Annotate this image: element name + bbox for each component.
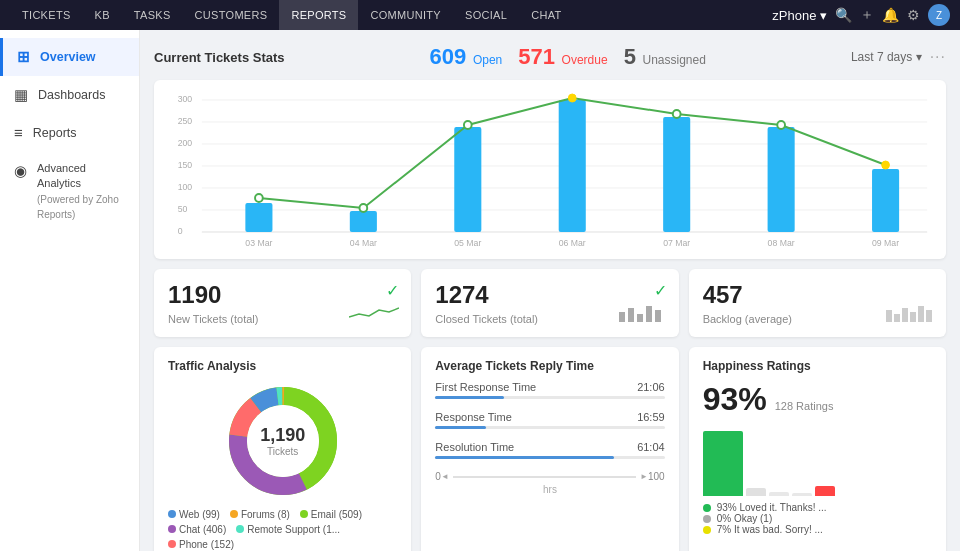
legend-phone: Phone (152) — [168, 539, 234, 550]
svg-point-25 — [673, 110, 681, 118]
traffic-legend: Web (99) Forums (8) Email (509) Chat (40… — [168, 509, 397, 550]
donut-center-label: 1,190 Tickets — [260, 425, 305, 457]
response-bar — [435, 426, 485, 429]
overdue-count: 571 Overdue — [518, 44, 607, 70]
svg-text:05 Mar: 05 Mar — [454, 238, 481, 248]
resolution-label: Resolution Time — [435, 441, 514, 453]
svg-rect-35 — [619, 312, 625, 322]
nav-social[interactable]: SOCIAL — [453, 0, 519, 30]
response-time: Response Time 16:59 — [435, 411, 664, 429]
tickets-chart: 300 250 200 150 100 50 0 — [168, 90, 932, 250]
first-response-bar-bg — [435, 396, 664, 399]
reply-time-title: Average Tickets Reply Time — [435, 359, 664, 373]
donut-chart-container: 1,190 Tickets Web (99) Forums (8) Email … — [168, 381, 397, 550]
main-content: Current Tickets Stats 609 Open 571 Overd… — [140, 30, 960, 551]
metric-new-tickets: 1190 New Tickets (total) ✓ — [154, 269, 411, 337]
add-icon[interactable]: ＋ — [860, 6, 874, 24]
date-range-label[interactable]: Last 7 days ▾ — [851, 50, 922, 64]
happiness-bar-1 — [746, 488, 766, 496]
svg-rect-14 — [245, 203, 272, 232]
traffic-analysis-card: Traffic Analysis — [154, 347, 411, 551]
legend-remote: Remote Support (1... — [236, 524, 340, 535]
scale-max: 100 — [648, 471, 665, 482]
backlog-bar-icon — [884, 302, 934, 325]
svg-rect-36 — [628, 308, 634, 322]
nav-community[interactable]: COMMUNITY — [358, 0, 453, 30]
svg-rect-40 — [886, 310, 892, 322]
unassigned-count: 5 Unassigned — [624, 44, 706, 70]
legend-okay: 0% Okay (1) — [703, 513, 932, 524]
svg-point-22 — [359, 204, 367, 212]
sidebar-item-reports[interactable]: ≡ Reports — [0, 114, 139, 151]
svg-rect-44 — [918, 306, 924, 322]
sidebar-analytics-label: Advanced Analytics(Powered by Zoho Repor… — [37, 161, 125, 223]
nav-kb[interactable]: KB — [83, 0, 122, 30]
sidebar-overview-label: Overview — [40, 50, 96, 64]
nav-items: TICKETS KB TASKS CUSTOMERS REPORTS COMMU… — [10, 0, 574, 30]
nav-customers[interactable]: CUSTOMERS — [183, 0, 280, 30]
resolution-value: 61:04 — [637, 441, 665, 453]
user-avatar[interactable]: Z — [928, 4, 950, 26]
svg-point-27 — [882, 161, 890, 169]
dashboards-icon: ▦ — [14, 86, 28, 104]
svg-rect-38 — [646, 306, 652, 322]
happiness-ratings-label: 128 Ratings — [775, 400, 834, 412]
resolution-bar-bg — [435, 456, 664, 459]
first-response-label: First Response Time — [435, 381, 536, 393]
svg-rect-41 — [894, 314, 900, 322]
svg-text:08 Mar: 08 Mar — [768, 238, 795, 248]
sidebar-item-advanced-analytics[interactable]: ◉ Advanced Analytics(Powered by Zoho Rep… — [0, 151, 139, 233]
notification-icon[interactable]: 🔔 — [882, 7, 899, 23]
donut-subtitle: Tickets — [260, 446, 305, 457]
svg-point-21 — [255, 194, 263, 202]
scale-arrow-right: ► — [640, 472, 648, 481]
search-icon[interactable]: 🔍 — [835, 7, 852, 23]
scale-bar — [453, 476, 636, 478]
date-range-control: Last 7 days ▾ ··· — [851, 48, 946, 66]
svg-text:06 Mar: 06 Mar — [559, 238, 586, 248]
reply-time-card: Average Tickets Reply Time First Respons… — [421, 347, 678, 551]
nav-tickets[interactable]: TICKETS — [10, 0, 83, 30]
svg-rect-37 — [637, 314, 643, 322]
happiness-chart — [703, 426, 932, 496]
donut-chart: 1,190 Tickets — [223, 381, 343, 501]
reply-scale: 0 ◄ ► 100 — [435, 471, 664, 482]
sidebar: ⊞ Overview ▦ Dashboards ≡ Reports ◉ Adva… — [0, 30, 140, 551]
svg-text:100: 100 — [178, 182, 193, 192]
legend-web: Web (99) — [168, 509, 220, 520]
more-options-icon[interactable]: ··· — [930, 48, 946, 66]
sidebar-dashboards-label: Dashboards — [38, 88, 105, 102]
legend-chat: Chat (406) — [168, 524, 226, 535]
nav-chat[interactable]: CHAT — [519, 0, 573, 30]
scale-unit-label: hrs — [435, 484, 664, 495]
check-circle-icon: ✓ — [386, 281, 399, 300]
nav-reports[interactable]: REPORTS — [279, 0, 358, 30]
svg-rect-45 — [926, 310, 932, 322]
happiness-top: 93% 128 Ratings — [703, 381, 932, 418]
svg-rect-39 — [655, 310, 661, 322]
svg-text:200: 200 — [178, 138, 193, 148]
happiness-title: Happiness Ratings — [703, 359, 932, 373]
legend-email: Email (509) — [300, 509, 362, 520]
svg-rect-20 — [872, 169, 899, 232]
sidebar-item-overview[interactable]: ⊞ Overview — [0, 38, 139, 76]
svg-rect-15 — [350, 211, 377, 232]
happiness-bar-3 — [792, 493, 812, 496]
resolution-time: Resolution Time 61:04 — [435, 441, 664, 459]
overview-icon: ⊞ — [17, 48, 30, 66]
response-bar-bg — [435, 426, 664, 429]
donut-total: 1,190 — [260, 425, 305, 446]
nav-tasks[interactable]: TASKS — [122, 0, 183, 30]
sidebar-item-dashboards[interactable]: ▦ Dashboards — [0, 76, 139, 114]
response-label: Response Time — [435, 411, 511, 423]
settings-icon[interactable]: ⚙ — [907, 7, 920, 23]
bottom-row: Traffic Analysis — [154, 347, 946, 551]
happiness-legend: 93% Loved it. Thanks! ... 0% Okay (1) 7%… — [703, 502, 932, 535]
reports-icon: ≡ — [14, 124, 23, 141]
brand-label[interactable]: zPhone ▾ — [772, 8, 827, 23]
svg-rect-16 — [454, 127, 481, 232]
open-count: 609 Open — [430, 44, 503, 70]
first-response-time: First Response Time 21:06 — [435, 381, 664, 399]
svg-rect-43 — [910, 312, 916, 322]
svg-rect-42 — [902, 308, 908, 322]
